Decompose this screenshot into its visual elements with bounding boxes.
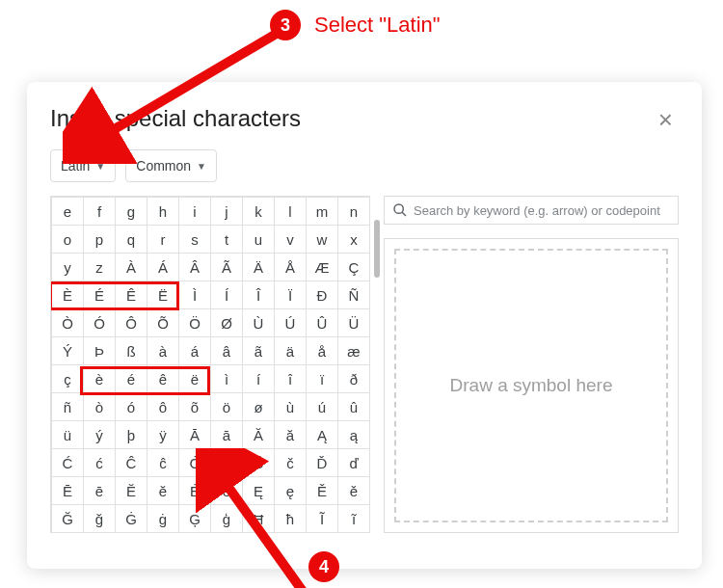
category-dropdown[interactable]: Latin ▼	[50, 149, 116, 182]
character-cell[interactable]: à	[147, 337, 179, 365]
character-cell[interactable]: ê	[147, 365, 179, 393]
character-cell[interactable]: ï	[307, 365, 338, 393]
character-cell[interactable]: ú	[307, 393, 338, 421]
character-cell[interactable]: Ò	[52, 309, 84, 337]
character-cell[interactable]: Í	[211, 281, 243, 309]
character-cell[interactable]: Û	[307, 309, 338, 337]
character-cell[interactable]: Ĕ	[116, 477, 147, 505]
character-cell[interactable]: ç	[52, 365, 84, 393]
character-cell[interactable]: Ĉ	[116, 449, 147, 477]
character-cell[interactable]: Ď	[307, 449, 338, 477]
character-cell[interactable]: q	[116, 226, 147, 254]
character-cell[interactable]: g	[116, 198, 147, 226]
character-cell[interactable]: Å	[275, 254, 307, 281]
character-cell[interactable]: Ù	[243, 309, 275, 337]
character-cell[interactable]: č	[275, 449, 307, 477]
character-cell[interactable]: õ	[179, 393, 211, 421]
character-cell[interactable]: è	[84, 365, 116, 393]
character-cell[interactable]: Ĩ	[307, 505, 338, 533]
character-cell[interactable]: Þ	[84, 337, 116, 365]
character-cell[interactable]: þ	[116, 421, 147, 449]
character-cell[interactable]: Ï	[275, 281, 307, 309]
character-cell[interactable]: ě	[338, 477, 370, 505]
character-cell[interactable]: ă	[275, 421, 307, 449]
character-cell[interactable]: ÿ	[147, 421, 179, 449]
character-cell[interactable]: ù	[275, 393, 307, 421]
character-cell[interactable]: Ě	[307, 477, 338, 505]
character-cell[interactable]: u	[243, 226, 275, 254]
character-cell[interactable]: À	[116, 254, 147, 281]
character-cell[interactable]: Ą	[307, 421, 338, 449]
character-cell[interactable]: Č	[243, 449, 275, 477]
character-cell[interactable]: Ă	[243, 421, 275, 449]
character-cell[interactable]: ø	[243, 393, 275, 421]
character-cell[interactable]: ö	[211, 393, 243, 421]
character-cell[interactable]: Ö	[179, 309, 211, 337]
character-cell[interactable]: ā	[211, 421, 243, 449]
character-cell[interactable]: ċ	[211, 449, 243, 477]
character-cell[interactable]: î	[275, 365, 307, 393]
character-cell[interactable]: ē	[84, 477, 116, 505]
character-cell[interactable]: â	[211, 337, 243, 365]
character-cell[interactable]: h	[147, 198, 179, 226]
character-cell[interactable]: ë	[179, 365, 211, 393]
character-cell[interactable]: á	[179, 337, 211, 365]
character-cell[interactable]: ô	[147, 393, 179, 421]
grid-scrollbar[interactable]	[374, 220, 380, 278]
character-cell[interactable]: Ì	[179, 281, 211, 309]
character-cell[interactable]: ħ	[275, 505, 307, 533]
character-cell[interactable]: í	[243, 365, 275, 393]
character-cell[interactable]: Ģ	[179, 505, 211, 533]
character-cell[interactable]: æ	[338, 337, 370, 365]
character-cell[interactable]: Ė	[179, 477, 211, 505]
character-cell[interactable]: Ę	[243, 477, 275, 505]
character-cell[interactable]: Â	[179, 254, 211, 281]
character-cell[interactable]: ģ	[211, 505, 243, 533]
character-cell[interactable]: ą	[338, 421, 370, 449]
character-cell[interactable]: ĩ	[338, 505, 370, 533]
character-cell[interactable]: v	[275, 226, 307, 254]
character-cell[interactable]: ü	[52, 421, 84, 449]
character-cell[interactable]: Ċ	[179, 449, 211, 477]
character-cell[interactable]: Î	[243, 281, 275, 309]
draw-area[interactable]: Draw a symbol here	[394, 249, 668, 522]
character-cell[interactable]: z	[84, 254, 116, 281]
character-cell[interactable]: Ç	[338, 254, 370, 281]
character-cell[interactable]: ė	[211, 477, 243, 505]
character-cell[interactable]: r	[147, 226, 179, 254]
character-cell[interactable]: Ä	[243, 254, 275, 281]
search-input[interactable]	[414, 203, 670, 218]
character-cell[interactable]: Ħ	[243, 505, 275, 533]
character-cell[interactable]: ď	[338, 449, 370, 477]
character-cell[interactable]: Ú	[275, 309, 307, 337]
character-cell[interactable]: È	[52, 281, 84, 309]
character-cell[interactable]: m	[307, 198, 338, 226]
character-cell[interactable]: Á	[147, 254, 179, 281]
character-cell[interactable]: Ã	[211, 254, 243, 281]
character-cell[interactable]: o	[52, 226, 84, 254]
character-cell[interactable]: ì	[211, 365, 243, 393]
character-cell[interactable]: ý	[84, 421, 116, 449]
character-cell[interactable]: Ý	[52, 337, 84, 365]
character-cell[interactable]: x	[338, 226, 370, 254]
character-cell[interactable]: å	[307, 337, 338, 365]
character-cell[interactable]: é	[116, 365, 147, 393]
character-cell[interactable]: Ó	[84, 309, 116, 337]
character-cell[interactable]: Ê	[116, 281, 147, 309]
character-cell[interactable]: Ë	[147, 281, 179, 309]
character-cell[interactable]: ß	[116, 337, 147, 365]
character-cell[interactable]: Ā	[179, 421, 211, 449]
character-cell[interactable]: Æ	[307, 254, 338, 281]
search-box[interactable]	[384, 196, 679, 225]
character-cell[interactable]: Ô	[116, 309, 147, 337]
character-cell[interactable]: Đ	[307, 281, 338, 309]
character-cell[interactable]: ä	[275, 337, 307, 365]
character-cell[interactable]: e	[52, 198, 84, 226]
character-cell[interactable]: w	[307, 226, 338, 254]
character-cell[interactable]: ę	[275, 477, 307, 505]
character-cell[interactable]: ğ	[84, 505, 116, 533]
character-cell[interactable]: l	[275, 198, 307, 226]
character-cell[interactable]: j	[211, 198, 243, 226]
character-cell[interactable]: t	[211, 226, 243, 254]
close-button[interactable]: ×	[653, 105, 679, 134]
